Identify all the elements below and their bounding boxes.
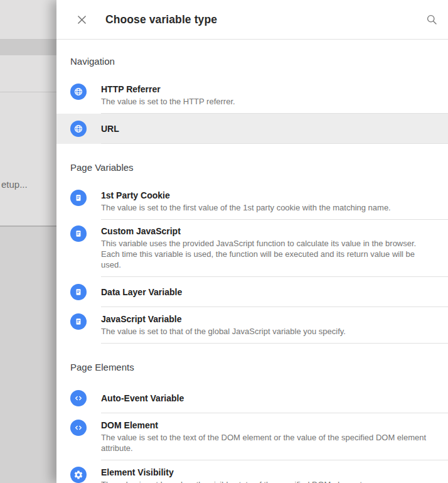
- variable-type-title: Auto-Event Variable: [101, 393, 184, 403]
- background-top-bar: [0, 0, 56, 40]
- background-tab-bar: [0, 55, 56, 92]
- background-sub-bar: [0, 40, 56, 55]
- section-heading: Page Variables: [70, 162, 448, 173]
- variable-type-title: HTTP Referrer: [101, 84, 161, 94]
- document-icon: [70, 284, 87, 300]
- dimmed-background: etup...: [0, 0, 56, 483]
- background-truncated-text: etup...: [1, 179, 28, 190]
- document-icon: [70, 225, 87, 242]
- section-heading: Navigation: [70, 56, 448, 67]
- background-lower-area: [0, 227, 56, 483]
- variable-type-row[interactable]: JavaScript Variable The value is set to …: [56, 307, 448, 344]
- section-rows: HTTP Referrer The value is set to the HT…: [56, 77, 448, 144]
- code-icon: [70, 390, 87, 406]
- section-heading: Page Elements: [70, 362, 448, 372]
- variable-type-row[interactable]: HTTP Referrer The value is set to the HT…: [56, 77, 448, 114]
- variable-type-title: Custom JavaScript: [101, 226, 181, 236]
- variable-type-description: The value is set to that of the global J…: [101, 326, 346, 337]
- choose-variable-type-panel: Choose variable type Navigation HTTP Ref…: [56, 0, 448, 483]
- background-card: etup...: [0, 92, 56, 227]
- close-icon: [76, 14, 88, 26]
- panel-header: Choose variable type: [56, 0, 448, 40]
- globe-icon: [70, 121, 87, 137]
- section-rows: 1st Party Cookie The value is set to the…: [56, 183, 448, 344]
- variable-type-description: The value is set based on the visible st…: [101, 479, 365, 483]
- close-button[interactable]: [73, 11, 90, 28]
- variable-type-row[interactable]: Data Layer Variable: [56, 277, 448, 307]
- section-rows: Auto-Event Variable DOM Element The valu…: [56, 383, 448, 483]
- globe-icon: [70, 84, 87, 100]
- search-button[interactable]: [423, 11, 440, 28]
- gear-icon: [70, 467, 87, 483]
- variable-type-row[interactable]: URL: [56, 114, 448, 144]
- variable-type-title: JavaScript Variable: [101, 314, 181, 324]
- variable-type-description: The value is set to the first value of t…: [101, 202, 391, 213]
- variable-type-section: Page Elements Auto-Event Variable DOM El…: [56, 362, 448, 483]
- variable-type-section: Navigation HTTP Referrer The value is se…: [56, 56, 448, 144]
- document-icon: [70, 313, 87, 330]
- variable-type-title: DOM Element: [101, 420, 158, 430]
- variable-type-description: The value is set to the HTTP referrer.: [101, 96, 235, 107]
- variable-type-row[interactable]: DOM Element The value is set to the text…: [56, 413, 448, 460]
- variable-type-row[interactable]: Custom JavaScript This variable uses the…: [56, 220, 448, 277]
- variable-type-row[interactable]: Auto-Event Variable: [56, 383, 448, 413]
- document-icon: [70, 190, 87, 206]
- variable-type-title: 1st Party Cookie: [101, 190, 170, 200]
- variable-type-row[interactable]: Element Visibility The value is set base…: [56, 460, 448, 483]
- variable-type-title: URL: [101, 124, 119, 134]
- variable-type-title: Element Visibility: [101, 467, 174, 477]
- variable-type-description: The value is set to the text of the DOM …: [101, 432, 434, 453]
- variable-type-section: Page Variables 1st Party Cookie The valu…: [56, 162, 448, 344]
- search-icon: [425, 13, 438, 26]
- variable-type-row[interactable]: 1st Party Cookie The value is set to the…: [56, 183, 448, 220]
- variable-type-title: Data Layer Variable: [101, 287, 182, 297]
- page-title: Choose variable type: [105, 13, 423, 26]
- variable-type-description: This variable uses the provided JavaScri…: [101, 238, 434, 270]
- variable-type-list: Navigation HTTP Referrer The value is se…: [56, 40, 448, 483]
- code-icon: [70, 420, 87, 436]
